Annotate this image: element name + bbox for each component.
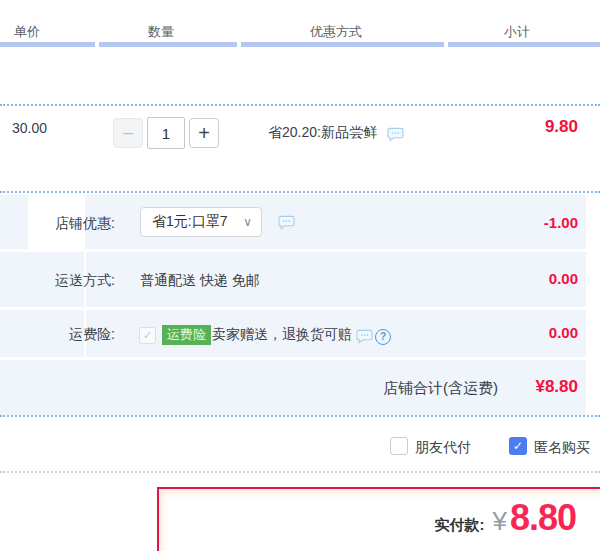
store-total-label: 店铺合计(含运费) <box>383 379 498 398</box>
store-discount-amount: -1.00 <box>544 214 578 231</box>
friend-pay-label[interactable]: 朋友代付 <box>415 439 471 457</box>
column-header-promotion: 优惠方式 <box>310 23 362 41</box>
header-underline-segment <box>448 42 600 47</box>
column-header-unit-price: 单价 <box>14 23 40 41</box>
quantity-decrease-button[interactable]: − <box>113 118 143 148</box>
chat-bubble-icon[interactable] <box>387 127 404 146</box>
column-header-quantity: 数量 <box>148 23 174 41</box>
chat-bubble-icon[interactable] <box>356 329 373 348</box>
header-underline-segment <box>99 42 237 47</box>
header-underline-segment <box>0 42 95 47</box>
row-background <box>0 360 586 415</box>
quantity-increase-button[interactable]: + <box>189 118 219 148</box>
actual-payment-amount: 8.80 <box>510 497 576 539</box>
store-discount-selected: 省1元:口罩7 <box>152 213 227 231</box>
dotted-divider <box>0 415 600 417</box>
quantity-input[interactable] <box>147 117 185 149</box>
item-promotion-text: 省20.20:新品尝鲜 <box>268 124 377 142</box>
column-header-subtotal: 小计 <box>504 23 530 41</box>
row-background <box>0 195 28 249</box>
actual-payment-line: 实付款: ¥ 8.80 <box>434 497 576 539</box>
freight-insurance-checkbox: ✓ <box>139 327 156 344</box>
order-confirmation-panel: 单价 数量 优惠方式 小计 30.00 − + 省20.20:新品尝鲜 9.80… <box>0 0 600 551</box>
dotted-divider <box>0 471 600 473</box>
shipping-method-value: 普通配送 快递 免邮 <box>140 272 260 290</box>
freight-insurance-amount: 0.00 <box>549 324 578 341</box>
dotted-divider <box>0 191 600 193</box>
store-discount-dropdown[interactable]: 省1元:口罩7 ∨ <box>140 207 262 237</box>
store-total-amount: ¥8.80 <box>535 377 578 397</box>
question-help-icon[interactable]: ? <box>375 329 391 345</box>
freight-insurance-desc: 卖家赠送，退换货可赔 <box>212 326 352 344</box>
item-subtotal-price: 9.80 <box>545 117 578 137</box>
unit-price-value: 30.00 <box>12 120 47 136</box>
chat-bubble-icon[interactable] <box>278 215 295 234</box>
freight-insurance-label: 运费险: <box>69 326 115 344</box>
actual-payment-box: 实付款: ¥ 8.80 <box>157 487 600 551</box>
header-underline-segment <box>241 42 444 47</box>
anonymous-buy-label[interactable]: 匿名购买 <box>534 439 590 457</box>
store-discount-label: 店铺优惠: <box>55 215 115 233</box>
anonymous-buy-checkbox[interactable]: ✓ <box>509 437 527 455</box>
dotted-divider <box>0 104 600 106</box>
chevron-down-icon: ∨ <box>243 215 252 229</box>
freight-insurance-badge: 运费险 <box>162 325 211 345</box>
actual-payment-label: 实付款: <box>434 516 484 535</box>
friend-pay-checkbox[interactable] <box>390 437 408 455</box>
shipping-amount: 0.00 <box>549 270 578 287</box>
currency-symbol: ¥ <box>492 506 506 537</box>
shipping-method-label: 运送方式: <box>55 272 115 290</box>
